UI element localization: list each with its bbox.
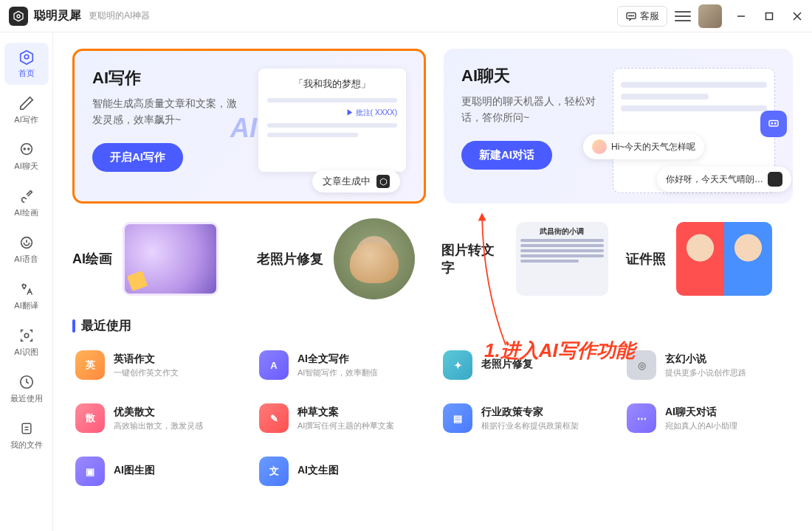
sidebar-item-translate[interactable]: AI翻译 <box>4 275 49 317</box>
sidebar-label: AI翻译 <box>14 300 38 311</box>
recent-header: 最近使用 <box>72 317 793 334</box>
hero-card-writing[interactable]: AI写作 智能生成高质量文章和文案，激发灵感，效率飙升~ 开启AI写作 AI 「… <box>72 49 426 204</box>
recent-item-sub: 宛如真人的AI小助理 <box>665 420 737 431</box>
sidebar-item-chat[interactable]: AI聊天 <box>4 136 49 178</box>
feature-title: 老照片修复 <box>257 250 323 268</box>
sidebar-item-files[interactable]: 我的文件 <box>4 414 49 457</box>
recent-item[interactable]: 文 AI文生图 <box>256 451 425 492</box>
start-writing-button[interactable]: 开启AI写作 <box>92 143 183 172</box>
recent-item-sub: AI撰写任何主题的种草文案 <box>297 420 394 431</box>
svg-marker-21 <box>380 178 386 184</box>
recent-item-icon: ✎ <box>259 403 289 433</box>
recent-item-icon: 英 <box>75 350 105 380</box>
svg-point-16 <box>24 333 29 338</box>
hero-card-chat[interactable]: AI聊天 更聪明的聊天机器人，轻松对话，答你所问~ 新建AI对话 Hi~今天的天… <box>444 49 793 204</box>
recent-item-icon: ▣ <box>75 457 105 486</box>
section-accent-icon <box>72 319 75 333</box>
svg-rect-7 <box>766 13 773 19</box>
title-bar: 聪明灵犀 更聪明的AI神器 客服 <box>0 0 812 32</box>
files-icon <box>18 420 35 437</box>
customer-service-label: 客服 <box>640 10 659 23</box>
recent-item[interactable]: ✎ 种草文案 AI撰写任何主题的种草文案 <box>256 398 425 439</box>
hero-desc: 智能生成高质量文章和文案，激发灵感，效率飙升~ <box>92 95 240 128</box>
svg-point-1 <box>17 15 20 18</box>
recent-item-sub: 一键创作英文作文 <box>114 367 179 378</box>
idphoto-thumb-icon <box>676 222 772 296</box>
chat-icon <box>18 142 35 158</box>
recent-item-icon: 散 <box>75 403 105 433</box>
close-button[interactable] <box>791 10 803 22</box>
chat-illustration: Hi~今天的天气怎样呢 你好呀，今天天气晴朗… <box>605 59 782 192</box>
chat-bubble: 你好呀，今天天气晴朗… <box>657 167 791 192</box>
svg-point-13 <box>24 148 25 150</box>
recent-item-sub: 提供更多小说创作思路 <box>665 367 746 378</box>
sidebar-item-recent[interactable]: 最近使用 <box>4 368 49 410</box>
feature-card-paint[interactable]: AI绘画 <box>72 218 239 299</box>
app-tagline: 更聪明的AI神器 <box>89 10 150 22</box>
customer-service-button[interactable]: 客服 <box>617 6 667 27</box>
recent-item[interactable]: ◎ 玄幻小说 提供更多小说创作思路 <box>624 344 793 386</box>
new-chat-button[interactable]: 新建AI对话 <box>461 141 552 170</box>
sidebar-label: AI绘画 <box>14 207 38 218</box>
ai-badge-icon: AI <box>230 113 257 144</box>
recent-item-icon: ▤ <box>443 403 472 433</box>
avatar-icon <box>592 139 607 154</box>
feature-card-restore[interactable]: 老照片修复 <box>257 218 424 299</box>
recent-item[interactable]: 散 优美散文 高效输出散文，激发灵感 <box>72 398 241 439</box>
app-logo-icon <box>9 7 28 26</box>
maximize-button[interactable] <box>763 10 775 22</box>
ocr-thumb-icon: 武昌街的小调 <box>516 222 608 296</box>
chat-bubble-icon <box>625 10 637 22</box>
recent-item-title: 老照片修复 <box>481 358 533 371</box>
scan-icon <box>18 327 35 344</box>
recent-item-title: 优美散文 <box>114 406 203 419</box>
recent-item-sub: 高效输出散文，激发灵感 <box>114 420 203 431</box>
sidebar-item-ocr[interactable]: AI识图 <box>4 322 49 364</box>
recent-item[interactable]: 英 英语作文 一键创作英文作文 <box>72 344 241 386</box>
sidebar: 首页 AI写作 AI聊天 AI绘画 AI语音 AI翻译 AI识图 最近使用 <box>0 32 53 531</box>
recent-item[interactable]: ⋯ AI聊天对话 宛如真人的AI小助理 <box>624 398 793 439</box>
svg-point-12 <box>21 144 32 155</box>
sidebar-label: 我的文件 <box>10 440 43 451</box>
menu-button[interactable] <box>675 8 691 24</box>
sidebar-item-voice[interactable]: AI语音 <box>4 229 49 271</box>
translate-icon <box>18 281 35 297</box>
sidebar-item-writing[interactable]: AI写作 <box>4 89 49 131</box>
feature-title: AI绘画 <box>72 250 112 268</box>
recent-item-icon: 文 <box>259 457 289 486</box>
voice-icon <box>18 235 35 251</box>
recent-item-title: AI文生图 <box>297 464 339 477</box>
main-content: AI写作 智能生成高质量文章和文案，激发灵感，效率飙升~ 开启AI写作 AI 「… <box>53 32 812 531</box>
feature-card-idphoto[interactable]: 证件照 <box>626 218 793 299</box>
photo-thumb-icon <box>334 218 415 299</box>
sidebar-label: 最近使用 <box>10 393 43 404</box>
recent-item[interactable]: A AI全文写作 AI智能写作，效率翻倍 <box>256 344 425 386</box>
recent-item-title: 英语作文 <box>114 353 179 366</box>
svg-point-14 <box>27 148 29 150</box>
svg-point-5 <box>633 15 633 15</box>
pen-icon <box>18 95 35 111</box>
recent-item-title: AI聊天对话 <box>665 406 737 419</box>
user-avatar[interactable] <box>698 4 722 28</box>
svg-point-23 <box>771 123 773 125</box>
hero-desc: 更聪明的聊天机器人，轻松对话，答你所问~ <box>461 93 609 126</box>
recent-item[interactable]: ▣ AI图生图 <box>72 451 241 492</box>
recent-item[interactable]: ✦ 老照片修复 <box>440 344 609 386</box>
chat-bubble: Hi~今天的天气怎样呢 <box>583 134 704 159</box>
sidebar-label: AI写作 <box>14 114 38 125</box>
writing-illustration: AI 「我和我的梦想」 ▶ 批注( XXXX) 文章生成中 <box>236 61 413 194</box>
svg-marker-10 <box>20 51 32 64</box>
recent-item-title: AI图生图 <box>114 464 155 477</box>
recent-item[interactable]: ▤ 行业政策专家 根据行业名称提供政策框架 <box>440 398 609 439</box>
minimize-button[interactable] <box>735 10 747 22</box>
svg-marker-0 <box>14 11 23 21</box>
sidebar-label: 首页 <box>18 68 35 79</box>
chat-fab-icon <box>760 111 787 137</box>
doc-annotation: ▶ 批注( XXXX) <box>267 108 397 118</box>
sidebar-label: AI聊天 <box>14 161 38 172</box>
sidebar-item-paint[interactable]: AI绘画 <box>4 182 49 224</box>
feature-card-ocr[interactable]: 图片转文字 武昌街的小调 <box>441 218 608 299</box>
svg-point-24 <box>775 123 777 125</box>
sidebar-item-home[interactable]: 首页 <box>4 43 49 85</box>
history-icon <box>18 374 35 390</box>
